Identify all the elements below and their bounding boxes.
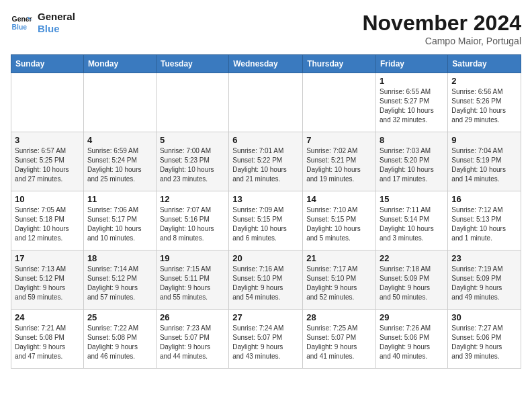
calendar-cell: 29Sunrise: 7:26 AM Sunset: 5:06 PM Dayli… [376,310,448,369]
calendar-cell: 28Sunrise: 7:25 AM Sunset: 5:07 PM Dayli… [303,310,376,369]
day-number: 5 [160,135,225,145]
day-info: Sunrise: 6:57 AM Sunset: 5:25 PM Dayligh… [15,146,80,184]
calendar-cell: 25Sunrise: 7:22 AM Sunset: 5:08 PM Dayli… [83,310,156,369]
calendar-cell: 19Sunrise: 7:15 AM Sunset: 5:11 PM Dayli… [156,250,228,310]
calendar-cell [229,73,303,132]
day-info: Sunrise: 6:56 AM Sunset: 5:26 PM Dayligh… [451,87,517,125]
day-info: Sunrise: 7:17 AM Sunset: 5:10 PM Dayligh… [306,265,372,302]
day-number: 22 [380,253,444,263]
day-number: 15 [380,194,444,204]
day-number: 23 [451,253,517,263]
day-info: Sunrise: 7:07 AM Sunset: 5:16 PM Dayligh… [160,205,225,243]
day-number: 1 [380,76,444,86]
day-info: Sunrise: 7:02 AM Sunset: 5:21 PM Dayligh… [306,146,372,184]
calendar-cell [83,73,156,132]
day-info: Sunrise: 7:06 AM Sunset: 5:17 PM Dayligh… [87,205,152,243]
day-info: Sunrise: 7:03 AM Sunset: 5:20 PM Dayligh… [380,146,444,184]
calendar-cell: 10Sunrise: 7:05 AM Sunset: 5:18 PM Dayli… [11,191,84,250]
day-number: 29 [380,312,444,322]
day-number: 17 [15,253,80,263]
calendar-cell: 2Sunrise: 6:56 AM Sunset: 5:26 PM Daylig… [448,73,521,132]
calendar-cell: 18Sunrise: 7:14 AM Sunset: 5:12 PM Dayli… [83,250,156,310]
logo-blue: Blue [38,23,75,35]
day-info: Sunrise: 7:10 AM Sunset: 5:15 PM Dayligh… [306,205,372,243]
day-number: 12 [160,194,225,204]
day-number: 3 [15,135,80,145]
day-info: Sunrise: 7:00 AM Sunset: 5:23 PM Dayligh… [160,146,225,184]
day-info: Sunrise: 7:26 AM Sunset: 5:06 PM Dayligh… [380,324,444,361]
day-info: Sunrise: 7:25 AM Sunset: 5:07 PM Dayligh… [306,324,372,361]
day-number: 26 [160,312,225,322]
calendar-cell [156,73,228,132]
day-info: Sunrise: 7:16 AM Sunset: 5:10 PM Dayligh… [232,265,299,302]
calendar-cell: 6Sunrise: 7:01 AM Sunset: 5:22 PM Daylig… [229,132,303,191]
weekday-header-wednesday: Wednesday [229,55,303,73]
calendar-table: SundayMondayTuesdayWednesdayThursdayFrid… [11,54,521,369]
day-number: 10 [15,194,80,204]
day-info: Sunrise: 7:21 AM Sunset: 5:08 PM Dayligh… [15,324,80,361]
calendar-cell: 5Sunrise: 7:00 AM Sunset: 5:23 PM Daylig… [156,132,228,191]
day-number: 13 [232,194,299,204]
calendar-cell: 1Sunrise: 6:55 AM Sunset: 5:27 PM Daylig… [376,73,448,132]
day-number: 24 [15,312,80,322]
day-number: 20 [232,253,299,263]
day-number: 9 [451,135,517,145]
day-number: 7 [306,135,372,145]
calendar-cell: 8Sunrise: 7:03 AM Sunset: 5:20 PM Daylig… [376,132,448,191]
day-info: Sunrise: 7:13 AM Sunset: 5:12 PM Dayligh… [15,265,80,302]
day-info: Sunrise: 7:04 AM Sunset: 5:19 PM Dayligh… [451,146,517,184]
day-info: Sunrise: 6:55 AM Sunset: 5:27 PM Dayligh… [380,87,444,125]
weekday-header-thursday: Thursday [303,55,376,73]
calendar-cell: 9Sunrise: 7:04 AM Sunset: 5:19 PM Daylig… [448,132,521,191]
day-info: Sunrise: 7:19 AM Sunset: 5:09 PM Dayligh… [451,265,517,302]
calendar-week-1: 1Sunrise: 6:55 AM Sunset: 5:27 PM Daylig… [11,73,521,132]
calendar-cell: 12Sunrise: 7:07 AM Sunset: 5:16 PM Dayli… [156,191,228,250]
calendar-cell: 24Sunrise: 7:21 AM Sunset: 5:08 PM Dayli… [11,310,84,369]
day-number: 2 [451,76,517,86]
logo: General Blue General Blue [11,11,75,35]
calendar-header-row: SundayMondayTuesdayWednesdayThursdayFrid… [11,55,521,73]
day-info: Sunrise: 6:59 AM Sunset: 5:24 PM Dayligh… [87,146,152,184]
calendar-cell: 26Sunrise: 7:23 AM Sunset: 5:07 PM Dayli… [156,310,228,369]
svg-text:Blue: Blue [12,24,28,31]
weekday-header-monday: Monday [83,55,156,73]
logo-icon: General Blue [11,12,32,34]
day-info: Sunrise: 7:09 AM Sunset: 5:15 PM Dayligh… [232,205,299,243]
day-info: Sunrise: 7:24 AM Sunset: 5:07 PM Dayligh… [232,324,299,361]
calendar-cell: 3Sunrise: 6:57 AM Sunset: 5:25 PM Daylig… [11,132,84,191]
calendar-week-5: 24Sunrise: 7:21 AM Sunset: 5:08 PM Dayli… [11,310,521,369]
day-number: 6 [232,135,299,145]
weekday-header-friday: Friday [376,55,448,73]
day-number: 27 [232,312,299,322]
calendar-cell: 23Sunrise: 7:19 AM Sunset: 5:09 PM Dayli… [448,250,521,310]
day-number: 21 [306,253,372,263]
day-info: Sunrise: 7:27 AM Sunset: 5:06 PM Dayligh… [451,324,517,361]
day-number: 28 [306,312,372,322]
calendar-cell: 30Sunrise: 7:27 AM Sunset: 5:06 PM Dayli… [448,310,521,369]
day-info: Sunrise: 7:05 AM Sunset: 5:18 PM Dayligh… [15,205,80,243]
day-info: Sunrise: 7:23 AM Sunset: 5:07 PM Dayligh… [160,324,225,361]
calendar-week-2: 3Sunrise: 6:57 AM Sunset: 5:25 PM Daylig… [11,132,521,191]
day-info: Sunrise: 7:15 AM Sunset: 5:11 PM Dayligh… [160,265,225,302]
calendar-cell: 15Sunrise: 7:11 AM Sunset: 5:14 PM Dayli… [376,191,448,250]
calendar-cell: 14Sunrise: 7:10 AM Sunset: 5:15 PM Dayli… [303,191,376,250]
weekday-header-tuesday: Tuesday [156,55,228,73]
day-number: 16 [451,194,517,204]
weekday-header-saturday: Saturday [448,55,521,73]
calendar-cell: 7Sunrise: 7:02 AM Sunset: 5:21 PM Daylig… [303,132,376,191]
calendar-cell: 16Sunrise: 7:12 AM Sunset: 5:13 PM Dayli… [448,191,521,250]
calendar-cell [303,73,376,132]
calendar-week-3: 10Sunrise: 7:05 AM Sunset: 5:18 PM Dayli… [11,191,521,250]
month-title: November 2024 [362,11,521,36]
day-number: 25 [87,312,152,322]
calendar-cell: 4Sunrise: 6:59 AM Sunset: 5:24 PM Daylig… [83,132,156,191]
day-number: 18 [87,253,152,263]
calendar-cell: 13Sunrise: 7:09 AM Sunset: 5:15 PM Dayli… [229,191,303,250]
day-number: 8 [380,135,444,145]
calendar-cell: 17Sunrise: 7:13 AM Sunset: 5:12 PM Dayli… [11,250,84,310]
day-info: Sunrise: 7:18 AM Sunset: 5:09 PM Dayligh… [380,265,444,302]
calendar-cell: 11Sunrise: 7:06 AM Sunset: 5:17 PM Dayli… [83,191,156,250]
calendar-cell: 27Sunrise: 7:24 AM Sunset: 5:07 PM Dayli… [229,310,303,369]
page-header: General Blue General Blue November 2024 … [11,11,521,46]
day-info: Sunrise: 7:01 AM Sunset: 5:22 PM Dayligh… [232,146,299,184]
